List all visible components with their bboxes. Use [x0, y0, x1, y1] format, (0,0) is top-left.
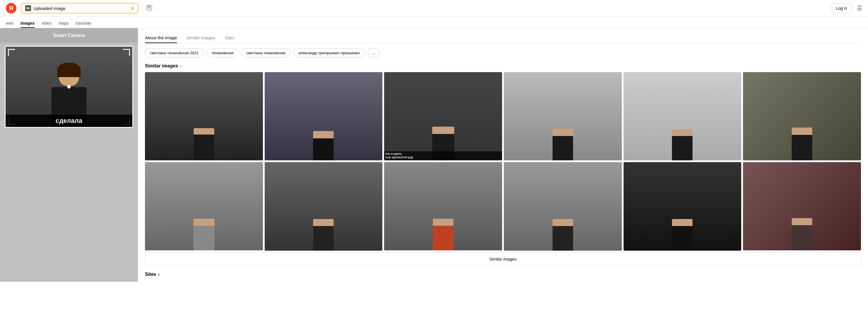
tab-sites[interactable]: Sites [225, 33, 235, 43]
main-content: Smart Camera сделала About the image [0, 28, 868, 282]
similar-image-2[interactable] [265, 72, 383, 160]
similar-images-chevron: › [180, 64, 181, 68]
similar-images-grid-row2 [145, 162, 861, 250]
subtitle-text: сделала [6, 115, 132, 127]
similar-image-5[interactable] [624, 72, 742, 160]
nav-tabs: web images video maps translate [0, 17, 868, 28]
image-thumbnail-icon [25, 5, 31, 11]
tab-maps[interactable]: maps [58, 19, 68, 28]
similar-image-6[interactable] [743, 72, 861, 160]
svg-point-4 [148, 7, 150, 9]
similar-image-12[interactable] [743, 162, 861, 250]
similar-image-9[interactable] [384, 162, 502, 250]
camera-frame: сделала [5, 46, 133, 128]
similar-image-1[interactable] [145, 72, 263, 160]
login-button[interactable]: Log in [831, 3, 852, 13]
similar-images-section-title[interactable]: Similar images › [145, 63, 861, 69]
similar-image-10[interactable] [504, 162, 622, 250]
corner-tl [8, 49, 15, 56]
content-tabs: About the image Similar images Sites [145, 33, 861, 43]
search-text: Uploaded image [33, 6, 128, 11]
svg-rect-1 [26, 7, 30, 9]
camera-search-button[interactable] [146, 4, 153, 12]
person-head [59, 62, 79, 86]
tab-web[interactable]: web [6, 19, 13, 28]
similar-image-3[interactable]: Я Б ХАЦЕЛАКАБ ЗДАРЫЎСЯ ЦУД [384, 72, 502, 160]
tab-translate[interactable]: translate [76, 19, 92, 28]
right-panel: About the image Similar images Sites све… [138, 28, 868, 282]
sites-section-title[interactable]: Sites › [145, 272, 861, 277]
tab-about-image[interactable]: About the image [145, 33, 177, 43]
tag-3[interactable]: светлана тихановская [242, 48, 290, 58]
tag-4[interactable]: александр григорьевич лукашенко [293, 48, 365, 58]
menu-button[interactable]: ☰ [857, 5, 862, 12]
tab-images[interactable]: images [21, 19, 35, 28]
smart-camera-panel: Smart Camera сделала [0, 28, 138, 282]
corner-tr [123, 49, 130, 56]
center-dot [67, 85, 71, 89]
person-hair [57, 62, 81, 77]
sites-chevron: › [158, 272, 159, 277]
smart-camera-title: Smart Camera [0, 28, 138, 43]
search-bar: Uploaded image ✕ [21, 3, 138, 13]
tab-similar-images[interactable]: Similar images [186, 33, 215, 43]
header: Я Uploaded image ✕ Log in ☰ [0, 0, 868, 17]
similar-image-7[interactable] [145, 162, 263, 250]
similar-image-8[interactable] [265, 162, 383, 250]
tag-2[interactable]: тихановская [207, 48, 239, 58]
tags-more-button[interactable]: ... [368, 48, 380, 58]
similar-images-button[interactable]: Similar images [145, 253, 861, 266]
tag-1[interactable]: светлана тихановская 2021 [145, 48, 204, 58]
thumb-overlay-text-3: Я Б ХАЦЕЛАКАБ ЗДАРЫЎСЯ ЦУД [384, 151, 502, 160]
clear-search-button[interactable]: ✕ [131, 6, 134, 11]
similar-images-grid-row1: Я Б ХАЦЕЛАКАБ ЗДАРЫЎСЯ ЦУД [145, 72, 861, 160]
tags-row: светлана тихановская 2021 тихановская св… [145, 48, 861, 58]
tab-video[interactable]: video [42, 19, 51, 28]
similar-image-11[interactable] [624, 162, 742, 250]
yandex-logo[interactable]: Я [6, 3, 17, 13]
similar-image-4[interactable] [504, 72, 622, 160]
